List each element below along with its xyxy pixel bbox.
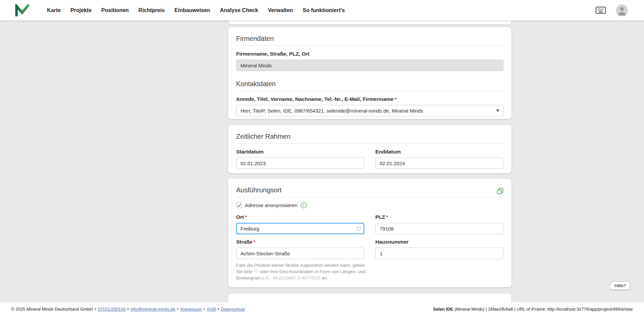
- footer-link-impressum[interactable]: Impressum: [180, 307, 202, 312]
- enddatum-label-text: Enddatum: [375, 149, 401, 154]
- firmendaten-title: Firmendaten: [236, 33, 503, 46]
- firmendaten-card: Firmendaten Firmenname, Straße, PLZ, Ort…: [228, 27, 512, 119]
- company-field-label-text: Firmenname, Straße, PLZ, Ort: [236, 51, 310, 57]
- footer-copyright: © 2025 Mineral Minds Deutschland GmbH: [11, 307, 93, 312]
- strasse-hint: Falls die Position keiner Straße zugeord…: [236, 262, 371, 281]
- footer-app-details: (Mineral Minds) | 16fae1ffc6a6 | URL of …: [453, 307, 633, 312]
- mineral-minds-logo-icon[interactable]: [15, 4, 30, 17]
- footer-separator: •: [177, 307, 179, 312]
- ort-cell: Ort*: [236, 209, 364, 234]
- strasse-cell: Straße*: [236, 239, 364, 259]
- hausnummer-label: Hausnummer: [375, 239, 503, 245]
- startdatum-label-text: Startdatum: [236, 149, 264, 154]
- strasse-hint-suffix: an.: [320, 275, 328, 280]
- kontakt-select-value: Herr, TitelP, Selen, IDE, 0987/654321, s…: [240, 108, 423, 114]
- page: Karte Projekte Positionen Richtpreis Ein…: [0, 0, 644, 316]
- required-marker: *: [245, 214, 247, 220]
- anonymize-label[interactable]: Adresse anonymisieren: [245, 202, 298, 208]
- footer-link-phone[interactable]: 07151/250100: [98, 307, 125, 312]
- hausnummer-input[interactable]: [375, 248, 503, 259]
- ausfuehrungsort-card: Ausführungsort Adresse anonymisieren: [228, 179, 512, 287]
- footer-separator: •: [127, 307, 129, 312]
- footer-app-name: Selen IDE: [433, 307, 453, 312]
- startdatum-cell: Startdatum: [236, 144, 364, 169]
- required-marker: *: [253, 239, 255, 245]
- loading-spinner-icon: [356, 226, 361, 231]
- help-button[interactable]: Hilfe?: [610, 281, 630, 290]
- footer-debug-info: Selen IDE (Mineral Minds) | 16fae1ffc6a6…: [433, 307, 633, 312]
- enddatum-input[interactable]: [375, 157, 503, 169]
- hausnummer-label-text: Hausnummer: [375, 239, 409, 245]
- strasse-label: Straße*: [236, 239, 364, 245]
- ausfuehrungsort-title: Ausführungsort: [236, 185, 282, 197]
- required-marker: *: [386, 214, 388, 220]
- nav-item-verwalten[interactable]: Verwalten: [268, 7, 293, 13]
- nav-item-analyse-check[interactable]: Analyse Check: [220, 7, 258, 13]
- footer-separator: •: [95, 307, 96, 312]
- ort-label-text: Ort: [236, 214, 244, 220]
- company-input: [236, 60, 503, 71]
- kontakt-field-label-text: Anrede, Titel, Vorname, Nachname, Tel.-N…: [236, 96, 393, 102]
- plz-cell: PLZ*: [375, 209, 503, 234]
- plz-label: PLZ*: [375, 214, 503, 220]
- zeitraum-title: Zeitlicher Rahmen: [236, 131, 503, 143]
- required-marker: *: [394, 96, 396, 102]
- keyboard-icon[interactable]: [596, 7, 606, 14]
- footer-separator: •: [204, 307, 205, 312]
- footer-left: © 2025 Mineral Minds Deutschland GmbH • …: [11, 307, 245, 312]
- nav-item-karte[interactable]: Karte: [47, 7, 61, 13]
- divider: [236, 91, 503, 91]
- strasse-input[interactable]: [236, 248, 364, 259]
- strasse-hint-example: (z.B.: 48.8115607,9.4077422): [261, 275, 321, 280]
- enddatum-cell: Enddatum: [375, 144, 503, 169]
- zeitlicher-rahmen-card: Zeitlicher Rahmen Startdatum Enddatum: [228, 125, 512, 173]
- info-icon[interactable]: [301, 202, 307, 208]
- startdatum-input[interactable]: [236, 157, 364, 169]
- startdatum-label: Startdatum: [236, 149, 364, 155]
- main-navigation: Karte Projekte Positionen Richtpreis Ein…: [47, 7, 345, 13]
- divider: [236, 197, 503, 197]
- navbar-right-area: [596, 4, 628, 16]
- hausnummer-cell: Hausnummer: [375, 239, 503, 259]
- kontakt-field-label: Anrede, Titel, Vorname, Nachname, Tel.-N…: [236, 96, 503, 102]
- footer-link-email[interactable]: info@mineral-minds.de: [130, 307, 175, 312]
- anonymize-row: Adresse anonymisieren: [236, 202, 503, 208]
- chevron-down-icon: [496, 110, 499, 112]
- top-navbar: Karte Projekte Positionen Richtpreis Ein…: [0, 0, 644, 20]
- kontaktdaten-title: Kontaktdaten: [236, 78, 503, 91]
- strasse-label-text: Straße: [236, 239, 252, 245]
- footer-link-agb[interactable]: AGB: [207, 307, 216, 312]
- ort-input[interactable]: [236, 223, 364, 234]
- nav-item-richtpreis[interactable]: Richtpreis: [139, 7, 165, 13]
- divider: [236, 46, 503, 46]
- plz-label-text: PLZ: [375, 214, 385, 220]
- nav-item-einbauweisen[interactable]: Einbauweisen: [174, 7, 210, 13]
- footer: © 2025 Mineral Minds Deutschland GmbH • …: [0, 302, 644, 316]
- user-avatar-icon[interactable]: [616, 4, 628, 16]
- ort-label: Ort*: [236, 214, 364, 220]
- plz-input[interactable]: [375, 223, 503, 234]
- nav-item-so-funktionierts[interactable]: So funktioniert's: [303, 7, 345, 13]
- footer-separator: •: [218, 307, 219, 312]
- copy-icon[interactable]: [497, 188, 503, 194]
- nav-item-projekte[interactable]: Projekte: [70, 7, 92, 13]
- footer-link-datenschutz[interactable]: Datenschutz: [221, 307, 245, 312]
- nav-item-positionen[interactable]: Positionen: [101, 7, 129, 13]
- enddatum-label: Enddatum: [375, 149, 503, 155]
- kontakt-select[interactable]: Herr, TitelP, Selen, IDE, 0987/654321, s…: [236, 105, 503, 116]
- company-field-label: Firmenname, Straße, PLZ, Ort: [236, 51, 503, 57]
- anonymize-checkbox[interactable]: [236, 202, 242, 208]
